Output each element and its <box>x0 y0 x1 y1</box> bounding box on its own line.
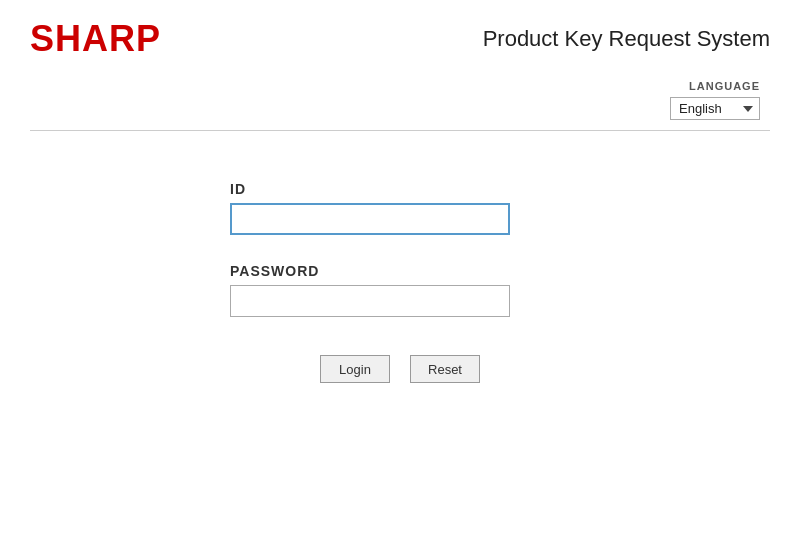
id-label: ID <box>230 181 570 197</box>
login-button[interactable]: Login <box>320 355 390 383</box>
language-label: LANGUAGE <box>689 80 760 92</box>
password-label: PASSWORD <box>230 263 570 279</box>
page-title: Product Key Request System <box>483 26 770 52</box>
sharp-logo: SHARP <box>30 18 161 60</box>
button-row: Login Reset <box>320 355 480 383</box>
page-header: SHARP Product Key Request System <box>0 0 800 70</box>
login-form-container: ID PASSWORD Login Reset <box>0 131 800 383</box>
password-field-group: PASSWORD <box>230 263 570 317</box>
reset-button[interactable]: Reset <box>410 355 480 383</box>
id-field-group: ID <box>230 181 570 235</box>
id-input[interactable] <box>230 203 510 235</box>
password-input[interactable] <box>230 285 510 317</box>
language-select[interactable]: English Japanese <box>670 97 760 120</box>
language-section: LANGUAGE English Japanese <box>0 70 800 130</box>
